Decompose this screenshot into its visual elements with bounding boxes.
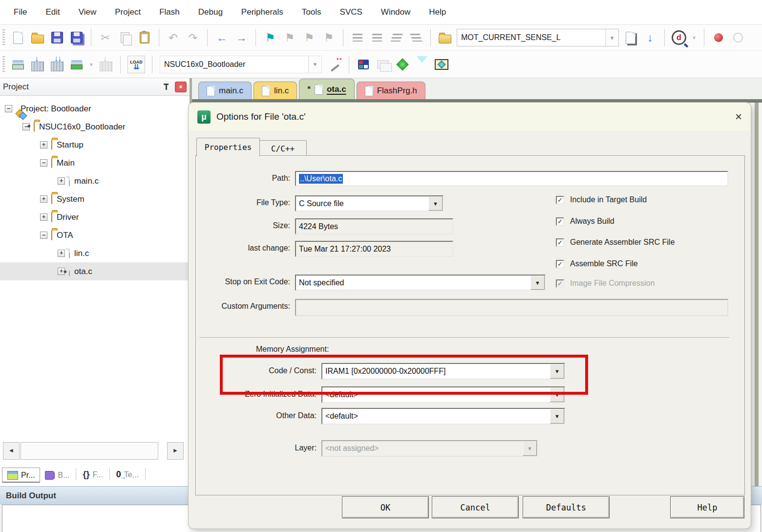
target-options-icon[interactable] (326, 56, 343, 73)
breakpoint-disabled-icon[interactable] (730, 29, 746, 46)
always-build-checkbox[interactable]: ✓ Always Build (556, 217, 614, 226)
checkbox-check-icon[interactable]: ✓ (556, 238, 564, 247)
expand-icon[interactable]: + (58, 250, 65, 257)
menu-help[interactable]: Help (429, 7, 446, 17)
checkbox-check-icon[interactable]: ✓ (556, 217, 564, 226)
batch-build-icon[interactable] (68, 56, 85, 73)
scrollbar-thumb[interactable] (21, 442, 158, 460)
breakpoint-icon[interactable] (710, 29, 727, 46)
dialog-title-bar[interactable]: µ Options for File 'ota.c' × (189, 103, 751, 131)
manage-run-time-icon[interactable] (414, 56, 430, 73)
menu-svcs[interactable]: SVCS (340, 7, 362, 17)
select-packs-icon[interactable] (433, 56, 450, 73)
translate-icon[interactable] (10, 56, 26, 73)
target-value[interactable]: NSUC16x0_Bootloader (160, 60, 308, 69)
new-file-icon[interactable] (10, 29, 26, 46)
collapse-icon[interactable]: − (5, 105, 12, 112)
debug-dropdown-icon[interactable]: ▾ (690, 29, 698, 46)
find-in-files-icon[interactable] (437, 29, 453, 46)
ok-button[interactable]: OK (342, 496, 429, 518)
target-combobox[interactable]: NSUC16x0_Bootloader ▾ (160, 56, 322, 73)
tab-books[interactable]: B... (40, 468, 74, 483)
menu-debug[interactable]: Debug (198, 7, 223, 17)
scroll-left-icon[interactable]: ◄ (3, 442, 20, 460)
debug-session-icon[interactable]: d (671, 29, 687, 46)
dropdown-arrow-icon[interactable]: ▼ (428, 196, 443, 211)
copy-icon[interactable] (117, 29, 133, 46)
open-file-icon[interactable] (29, 29, 46, 46)
rebuild-icon[interactable] (49, 56, 65, 73)
checkbox-check-icon[interactable]: ✓ (556, 260, 564, 268)
menu-file[interactable]: File (14, 7, 27, 17)
navigate-back-icon[interactable]: ← (213, 29, 230, 46)
outdent-icon[interactable] (369, 29, 385, 46)
expand-icon[interactable]: + (40, 213, 47, 221)
cancel-button[interactable]: Cancel (432, 496, 519, 518)
tab-flashprg-h[interactable]: FlashPrg.h (357, 82, 425, 100)
toolbar-grip[interactable] (2, 29, 5, 46)
menu-tools[interactable]: Tools (302, 7, 321, 17)
menu-flash[interactable]: Flash (159, 7, 180, 17)
menu-view[interactable]: View (79, 7, 97, 17)
expand-icon[interactable]: + (58, 177, 65, 185)
assemble-src-checkbox[interactable]: ✓ Assemble SRC File (556, 259, 638, 268)
tab-main-c[interactable]: main.c (198, 82, 252, 100)
collapse-icon[interactable]: − (40, 159, 47, 167)
pack-installer-icon[interactable] (394, 56, 411, 73)
close-panel-icon[interactable]: × (175, 82, 187, 92)
search-value[interactable]: MOT_CURRENT_SENSE_L (457, 33, 605, 42)
tab-c-cpp[interactable]: C/C++ (259, 140, 307, 157)
bookmark-clear-icon[interactable]: ⚑ (320, 29, 337, 46)
undo-icon[interactable]: ↶ (165, 29, 182, 46)
batch-build-dropdown-icon[interactable]: ▾ (88, 56, 95, 73)
tab-ota-c[interactable]: * ota.c (299, 79, 354, 100)
stop-on-exit-combobox[interactable]: Not specified ▼ (295, 275, 546, 291)
menu-edit[interactable]: Edit (45, 7, 60, 17)
other-data-combobox[interactable]: <default> ▼ (321, 408, 565, 425)
path-field[interactable]: ..\User\ota.c (295, 171, 728, 186)
manage-components-icon[interactable] (355, 56, 372, 73)
uncomment-icon[interactable] (408, 29, 424, 46)
include-in-target-build-checkbox[interactable]: ✓ Include in Target Build (556, 195, 647, 204)
project-horizontal-scrollbar[interactable]: ◄ ► (3, 442, 184, 459)
find-icon[interactable] (622, 29, 639, 46)
indent-icon[interactable] (349, 29, 366, 46)
dialog-close-icon[interactable]: × (735, 111, 742, 123)
target-dropdown-icon[interactable]: ▾ (308, 56, 321, 73)
bookmark-toggle-icon[interactable]: ⚑ (262, 29, 278, 46)
tab-project[interactable]: Pr... (2, 468, 40, 483)
tab-templates[interactable]: 0→ Te... (111, 467, 144, 483)
dropdown-arrow-icon[interactable]: ▼ (550, 409, 564, 424)
redo-icon[interactable]: ↷ (185, 29, 201, 46)
tab-functions[interactable]: {} F... (78, 467, 107, 483)
download-flash-icon[interactable]: LOAD⇊ (127, 56, 146, 73)
menu-project[interactable]: Project (115, 7, 141, 17)
tree-item-project-bootloader[interactable]: − Project: Bootloader (0, 100, 194, 118)
search-dropdown-icon[interactable]: ▾ (605, 29, 618, 46)
dropdown-arrow-icon[interactable]: ▼ (530, 276, 545, 290)
bookmark-previous-icon[interactable]: ⚑ (281, 29, 298, 46)
manage-layout-icon[interactable] (375, 56, 391, 73)
scroll-right-icon[interactable]: ► (167, 442, 184, 460)
paste-icon[interactable] (136, 29, 153, 46)
editor-vertical-scrollbar[interactable] (755, 103, 759, 532)
menu-peripherals[interactable]: Peripherals (241, 7, 283, 17)
expand-icon[interactable]: + (40, 141, 47, 149)
incremental-find-icon[interactable]: ↓ (642, 29, 658, 46)
expand-icon[interactable]: + (40, 195, 47, 203)
custom-arguments-field[interactable] (295, 299, 728, 316)
cut-icon[interactable]: ✂ (97, 29, 114, 46)
build-icon[interactable] (29, 56, 46, 73)
collapse-icon[interactable]: − (40, 232, 47, 239)
comment-icon[interactable] (388, 29, 405, 46)
tab-properties[interactable]: Properties (196, 138, 260, 156)
save-icon[interactable] (49, 29, 65, 46)
bookmark-next-icon[interactable]: ⚑ (301, 29, 318, 46)
menu-window[interactable]: Window (381, 7, 410, 17)
stop-build-icon[interactable] (98, 56, 114, 73)
save-all-icon[interactable] (68, 29, 85, 46)
generate-assembler-src-checkbox[interactable]: ✓ Generate Assembler SRC File (556, 238, 675, 247)
search-combobox[interactable]: MOT_CURRENT_SENSE_L ▾ (457, 29, 619, 46)
navigate-forward-icon[interactable]: → (233, 29, 250, 46)
defaults-button[interactable]: Defaults (523, 496, 610, 518)
